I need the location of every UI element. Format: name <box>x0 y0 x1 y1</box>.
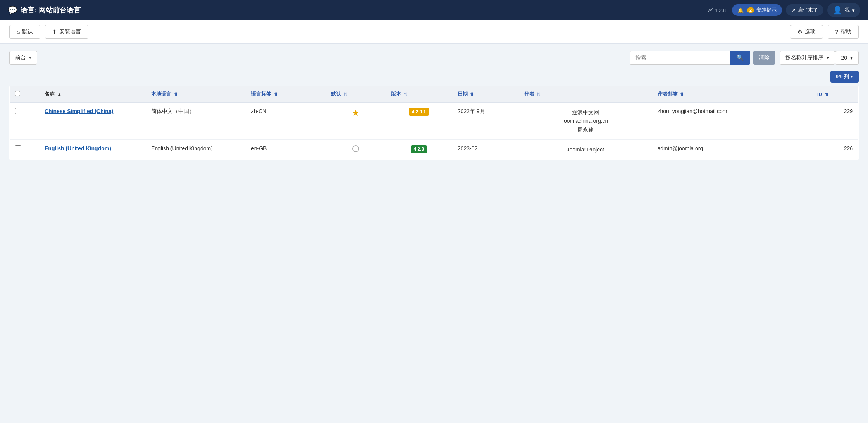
toolbar: ⌂ 默认 ⬆ 安装语言 ⚙ 选项 ? 帮助 <box>0 20 868 44</box>
default-button[interactable]: ⌂ 默认 <box>9 25 40 39</box>
header-local-lang[interactable]: 本地语言 ⇅ <box>146 86 246 103</box>
table-area: 9/9 列 ▾ 名称 ▲ 本地语言 ⇅ 语言标签 ⇅ <box>0 65 868 169</box>
sort-arrow-icon: ⇅ <box>537 92 540 96</box>
select-all-checkbox[interactable] <box>15 91 20 96</box>
header-checkbox-col <box>10 86 40 103</box>
row-checkbox[interactable] <box>15 108 21 114</box>
sort-arrow-icon: ⇅ <box>344 92 347 96</box>
scope-chevron-icon: ▾ <box>29 55 31 60</box>
options-button[interactable]: ⚙ 选项 <box>790 25 823 39</box>
search-input[interactable] <box>630 51 730 65</box>
table-row: Chinese Simplified (China)简体中文（中国）zh-CN★… <box>10 103 859 140</box>
sort-arrow-icon: ⇅ <box>404 92 407 96</box>
clear-button[interactable]: 清除 <box>753 51 775 65</box>
row-tag: en-GB <box>246 140 326 160</box>
topnav-right: 🗲 4.2.8 🔔 2 安装提示 ↗ 康仔来了 👤 我 ▾ <box>708 3 860 17</box>
notification-button[interactable]: 🔔 2 安装提示 <box>732 4 782 16</box>
set-default-radio[interactable] <box>352 145 359 152</box>
export-icon: ↗ <box>791 7 796 13</box>
sort-arrow-icon: ⇅ <box>680 92 684 96</box>
author-line: Joomla! Project <box>567 146 604 153</box>
export-button[interactable]: ↗ 康仔来了 <box>786 4 823 16</box>
version-label: 🗲 4.2.8 <box>708 7 726 13</box>
table-body: Chinese Simplified (China)简体中文（中国）zh-CN★… <box>10 103 859 160</box>
count-chevron-icon: ▾ <box>850 55 853 61</box>
row-default[interactable] <box>326 140 386 160</box>
sort-dropdown[interactable]: 按名称升序排序 ▾ <box>780 51 835 65</box>
sort-arrow-icon: ▲ <box>57 92 62 96</box>
language-name-link[interactable]: English (United Kingdom) <box>45 145 111 151</box>
scope-dropdown[interactable]: 前台 ▾ <box>9 51 37 65</box>
row-default[interactable]: ★ <box>326 103 386 140</box>
page-icon: 💬 <box>8 5 17 15</box>
sort-arrow-icon: ⇅ <box>274 92 277 96</box>
row-checkbox[interactable] <box>15 145 21 151</box>
header-name[interactable]: 名称 ▲ <box>39 86 146 103</box>
table-header: 名称 ▲ 本地语言 ⇅ 语言标签 ⇅ 默认 ⇅ 版本 ⇅ <box>10 86 859 103</box>
user-label: 我 <box>845 7 850 14</box>
upload-icon: ⬆ <box>52 29 57 35</box>
user-icon: 👤 <box>833 5 842 15</box>
page-title: 💬 语言: 网站前台语言 <box>8 5 702 15</box>
top-navigation: 💬 语言: 网站前台语言 🗲 4.2.8 🔔 2 安装提示 ↗ 康仔来了 👤 我… <box>0 0 868 20</box>
author-line: joomlachina.org.cn <box>563 118 608 124</box>
language-name-link[interactable]: Chinese Simplified (China) <box>45 108 113 114</box>
sort-arrow-icon: ⇅ <box>174 92 177 96</box>
scope-label: 前台 <box>15 54 26 61</box>
row-email: zhou_yongjian@hotmail.com <box>652 103 812 140</box>
help-icon: ? <box>835 29 838 35</box>
row-checkbox-cell <box>10 103 40 140</box>
row-date: 2022年 9月 <box>452 103 519 140</box>
row-id: 229 <box>812 103 858 140</box>
header-author[interactable]: 作者 ⇅ <box>519 86 652 103</box>
header-id[interactable]: ID ⇅ <box>812 86 858 103</box>
sort-arrow-icon: ⇅ <box>470 92 474 96</box>
bell-icon: 🔔 <box>737 7 744 13</box>
author-line: 周永建 <box>577 127 594 133</box>
column-picker-button[interactable]: 9/9 列 ▾ <box>830 71 859 83</box>
row-id: 226 <box>812 140 858 160</box>
row-name: Chinese Simplified (China) <box>39 103 146 140</box>
home-icon: ⌂ <box>17 29 20 35</box>
table-row: English (United Kingdom)English (United … <box>10 140 859 160</box>
search-icon: 🔍 <box>737 54 744 61</box>
gear-icon: ⚙ <box>797 29 803 35</box>
header-date[interactable]: 日期 ⇅ <box>452 86 519 103</box>
row-date: 2023-02 <box>452 140 519 160</box>
row-tag: zh-CN <box>246 103 326 140</box>
row-name: English (United Kingdom) <box>39 140 146 160</box>
table-header-row: 9/9 列 ▾ <box>9 71 859 83</box>
default-star-icon: ★ <box>352 108 360 118</box>
row-checkbox-cell <box>10 140 40 160</box>
header-email[interactable]: 作者邮箱 ⇅ <box>652 86 812 103</box>
filter-bar: 前台 ▾ 🔍 清除 按名称升序排序 ▾ 20 ▾ <box>0 44 868 65</box>
search-group: 🔍 清除 按名称升序排序 ▾ 20 ▾ <box>630 51 859 65</box>
version-badge: 4.2.0.1 <box>409 108 429 116</box>
header-version[interactable]: 版本 ⇅ <box>386 86 452 103</box>
notification-badge: 2 <box>747 7 754 13</box>
row-email: admin@joomla.org <box>652 140 812 160</box>
help-button[interactable]: ? 帮助 <box>828 25 859 39</box>
row-author: 逐浪中文网joomlachina.org.cn周永建 <box>519 103 652 140</box>
row-version: 4.2.8 <box>386 140 452 160</box>
sort-arrow-icon: ⇅ <box>825 92 828 97</box>
header-tag[interactable]: 语言标签 ⇅ <box>246 86 326 103</box>
user-button[interactable]: 👤 我 ▾ <box>827 3 860 17</box>
notification-label: 安装提示 <box>756 7 777 14</box>
row-local-lang: 简体中文（中国） <box>146 103 246 140</box>
header-default[interactable]: 默认 ⇅ <box>326 86 386 103</box>
row-local-lang: English (United Kingdom) <box>146 140 246 160</box>
search-button[interactable]: 🔍 <box>730 51 750 65</box>
sort-chevron-icon: ▾ <box>827 55 829 61</box>
export-label: 康仔来了 <box>798 7 818 14</box>
languages-table: 名称 ▲ 本地语言 ⇅ 语言标签 ⇅ 默认 ⇅ 版本 ⇅ <box>9 86 859 160</box>
row-author: Joomla! Project <box>519 140 652 160</box>
user-chevron-icon: ▾ <box>852 7 855 13</box>
author-line: 逐浪中文网 <box>572 109 599 115</box>
count-dropdown[interactable]: 20 ▾ <box>835 51 859 65</box>
version-badge: 4.2.8 <box>411 145 427 153</box>
row-version: 4.2.0.1 <box>386 103 452 140</box>
install-language-button[interactable]: ⬆ 安装语言 <box>45 25 88 39</box>
